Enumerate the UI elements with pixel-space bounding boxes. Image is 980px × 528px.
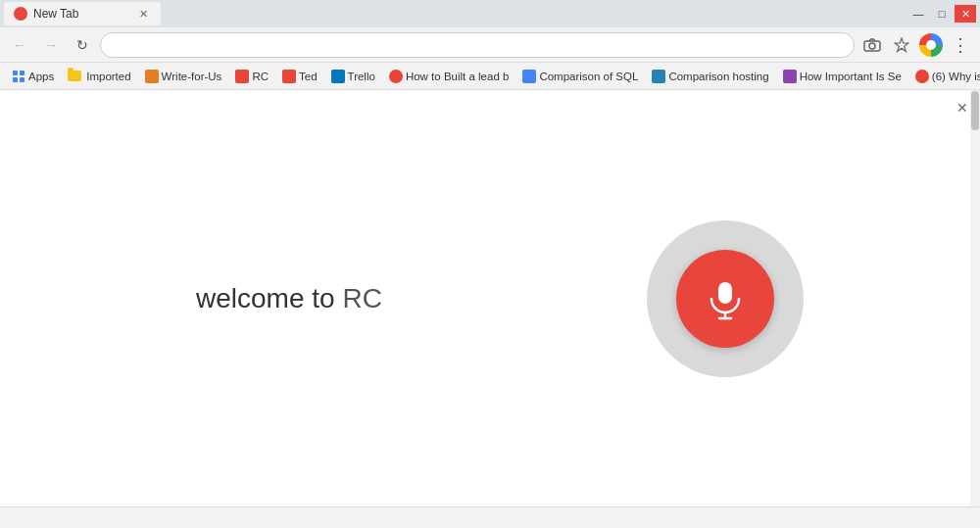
svg-rect-3: [20, 71, 24, 75]
svg-rect-2: [13, 71, 18, 75]
bookmark-comparison-hosting[interactable]: Comparison hosting: [646, 68, 774, 85]
bookmark-why-label: (6) Why is web host: [932, 71, 980, 82]
bookmark-ted-label: Ted: [299, 71, 318, 82]
mic-container: [647, 220, 804, 377]
bookmark-hosting-favicon: [652, 70, 665, 83]
bookmark-rc[interactable]: RC: [229, 68, 274, 85]
welcome-prefix: welcome to: [196, 283, 342, 313]
bookmark-trello-favicon: [331, 70, 345, 83]
forward-button[interactable]: →: [37, 31, 65, 59]
bookmark-why-web[interactable]: (6) Why is web host: [909, 68, 980, 85]
mic-icon: [704, 277, 747, 320]
bookmark-how-built[interactable]: How to Built a lead b: [383, 68, 514, 85]
svg-rect-6: [718, 282, 732, 304]
bookmark-imported[interactable]: Imported: [62, 69, 136, 84]
bookmark-rc-favicon: [235, 70, 249, 83]
close-window-button[interactable]: ✕: [955, 5, 976, 23]
mic-button[interactable]: [676, 250, 774, 348]
overlay-close-button[interactable]: ✕: [953, 98, 972, 118]
browser-toolbar: ← → ↻ ⋮: [0, 27, 980, 63]
browser-tab[interactable]: New Tab ✕: [4, 2, 161, 25]
address-bar[interactable]: [100, 32, 855, 58]
scrollbar-thumb[interactable]: [971, 91, 979, 130]
camera-icon[interactable]: [858, 31, 886, 59]
bookmark-apps-label: Apps: [28, 71, 54, 82]
bookmark-write-favicon: [145, 70, 159, 83]
chrome-icon[interactable]: [917, 31, 945, 59]
bookmark-why-favicon: [915, 70, 929, 83]
bookmark-trello-label: Trello: [348, 71, 375, 82]
svg-point-1: [869, 43, 875, 49]
back-button[interactable]: ←: [6, 31, 33, 59]
bookmark-important-label: How Important Is Se: [800, 71, 902, 82]
welcome-brand: RC: [342, 283, 381, 313]
svg-rect-5: [20, 77, 24, 82]
tab-close-button[interactable]: ✕: [135, 6, 151, 22]
bookmark-write[interactable]: Write-for-Us: [139, 68, 228, 85]
tab-favicon: [14, 7, 27, 21]
bookmark-sql-label: Comparison of SQL: [539, 71, 638, 82]
status-bar: [0, 506, 980, 528]
bookmark-write-label: Write-for-Us: [162, 71, 222, 82]
bookmark-ted-favicon: [282, 70, 296, 83]
scrollbar[interactable]: [970, 90, 980, 506]
bookmark-hosting-label: Comparison hosting: [668, 71, 768, 82]
main-content: ✕ welcome to RC: [0, 90, 980, 506]
menu-icon[interactable]: ⋮: [947, 31, 974, 59]
bookmark-ted[interactable]: Ted: [276, 68, 323, 85]
title-bar: New Tab ✕ — □ ✕: [0, 0, 980, 27]
bookmark-important-favicon: [783, 70, 797, 83]
welcome-message: welcome to RC: [196, 283, 382, 314]
minimize-button[interactable]: —: [907, 5, 929, 23]
bookmark-sql-favicon: [522, 70, 536, 83]
bookmark-trello[interactable]: Trello: [325, 68, 381, 85]
bookmark-how-label: How to Built a lead b: [406, 71, 509, 82]
svg-rect-4: [13, 77, 18, 82]
toolbar-actions: ⋮: [858, 31, 974, 59]
bookmark-imported-label: Imported: [86, 71, 130, 82]
bookmark-rc-label: RC: [252, 71, 269, 82]
bookmark-comparison-sql[interactable]: Comparison of SQL: [516, 68, 644, 85]
reload-button[interactable]: ↻: [69, 31, 96, 59]
bookmarks-bar: Apps Imported Write-for-Us RC Ted Trello…: [0, 63, 980, 90]
bookmark-star-icon[interactable]: [888, 31, 915, 59]
maximize-button[interactable]: □: [931, 5, 953, 23]
folder-icon: [68, 71, 81, 81]
tab-title: New Tab: [33, 7, 129, 21]
bookmark-how-important[interactable]: How Important Is Se: [777, 68, 907, 85]
window-controls: — □ ✕: [907, 5, 976, 23]
bookmark-how-favicon: [389, 70, 403, 83]
bookmark-apps[interactable]: Apps: [6, 68, 60, 85]
